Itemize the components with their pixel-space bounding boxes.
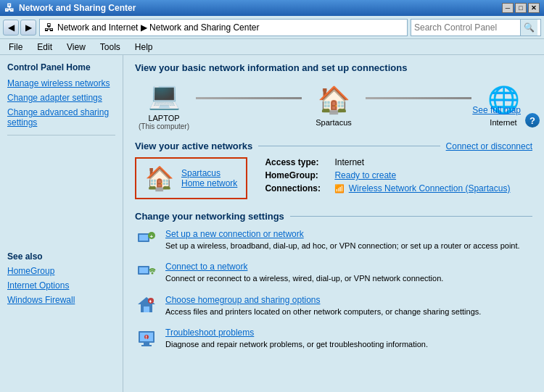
settings-text-connect: Connect to a network Connect or reconnec… — [165, 262, 532, 284]
sidebar: Control Panel Home Manage wireless netwo… — [0, 55, 123, 392]
sidebar-link-adapter[interactable]: Change adapter settings — [7, 93, 115, 103]
svg-text:!: ! — [146, 335, 147, 340]
search-box: 🔍 — [411, 19, 541, 36]
window-title: Network and Sharing Center — [19, 3, 502, 13]
homegroup-sharing-link[interactable]: Choose homegroup and sharing options — [165, 295, 532, 305]
active-network-name[interactable]: SpartacusHome network — [181, 168, 237, 188]
breadcrumb-text: Network and Internet ▶ Network and Shari… — [57, 22, 259, 33]
access-type-value: Internet — [334, 157, 364, 167]
sidebar-link-manage-wireless[interactable]: Manage wireless networks — [7, 78, 115, 88]
sidebar-link-homegroup[interactable]: HomeGroup — [7, 266, 115, 276]
home-network-icon: 🏠 — [145, 164, 174, 192]
sidebar-link-firewall[interactable]: Windows Firewall — [7, 295, 115, 305]
close-button[interactable]: ✕ — [528, 3, 540, 13]
homegroup-label: HomeGroup: — [265, 170, 330, 180]
settings-item-connect-network: Connect to a network Connect or reconnec… — [135, 262, 532, 284]
settings-text-new-connection: Set up a new connection or network Set u… — [165, 229, 532, 251]
node-internet-label: Internet — [490, 118, 516, 127]
homegroup-row: HomeGroup: Ready to create — [265, 170, 510, 180]
access-type-label: Access type: — [265, 157, 330, 167]
connect-network-link[interactable]: Connect to a network — [165, 262, 532, 272]
menu-tools[interactable]: Tools — [97, 41, 123, 54]
node-laptop: 💻 LAPTOP (This computer) — [135, 80, 193, 130]
homegroup-icon: ♦ — [135, 295, 158, 315]
active-network-box[interactable]: 🏠 SpartacusHome network — [135, 157, 247, 199]
help-icon[interactable]: ? — [525, 113, 540, 128]
homegroup-value[interactable]: Ready to create — [334, 170, 396, 180]
node-laptop-sublabel: (This computer) — [139, 122, 189, 130]
section1-title: View your basic network information and … — [135, 62, 532, 73]
svg-rect-14 — [141, 345, 152, 346]
svg-rect-5 — [139, 267, 148, 273]
router-icon: 🏠 — [318, 85, 350, 115]
back-button[interactable]: ◀ — [3, 20, 19, 36]
search-icon: 🔍 — [524, 22, 535, 33]
menu-help[interactable]: Help — [132, 41, 156, 54]
address-bar: ◀ ▶ 🖧 Network and Internet ▶ Network and… — [0, 16, 544, 39]
active-networks-content: 🏠 SpartacusHome network Access type: Int… — [135, 157, 532, 199]
settings-text-troubleshoot: Troubleshoot problems Diagnose and repai… — [165, 328, 532, 350]
node-spartacus-label: Spartacus — [316, 118, 352, 127]
new-connection-link[interactable]: Set up a new connection or network — [165, 229, 532, 239]
search-input[interactable] — [411, 22, 520, 33]
network-line-2 — [366, 97, 471, 99]
new-connection-desc: Set up a wireless, broadband, dial-up, a… — [165, 241, 520, 250]
networking-settings-title: Change your networking settings — [135, 211, 284, 222]
connect-network-icon — [135, 262, 158, 282]
connect-disconnect-link[interactable]: Connect or disconnect — [446, 141, 532, 151]
homegroup-desc: Access files and printers located on oth… — [165, 307, 481, 316]
connect-network-desc: Connect or reconnect to a wireless, wire… — [165, 274, 443, 283]
window-controls: ─ □ ✕ — [502, 3, 540, 13]
laptop-icon: 💻 — [148, 80, 181, 111]
see-full-map-link[interactable]: See full map — [472, 105, 521, 115]
sidebar-title: Control Panel Home — [7, 62, 115, 72]
menu-view[interactable]: View — [64, 41, 88, 54]
troubleshoot-desc: Diagnose and repair network problems, or… — [165, 340, 428, 349]
access-type-row: Access type: Internet — [265, 157, 510, 167]
nav-buttons: ◀ ▶ — [3, 20, 36, 36]
sidebar-link-advanced-sharing[interactable]: Change advanced sharing settings — [7, 107, 115, 128]
menu-bar: File Edit View Tools Help — [0, 39, 544, 55]
forward-button[interactable]: ▶ — [20, 20, 36, 36]
settings-item-troubleshoot: ! Troubleshoot problems Diagnose and rep… — [135, 328, 532, 350]
see-also-title: See also — [7, 251, 115, 262]
settings-line — [290, 216, 532, 217]
signal-icon: 📶 — [334, 184, 345, 193]
new-connection-icon: + — [135, 229, 158, 249]
svg-point-6 — [152, 272, 154, 275]
connections-label: Connections: — [265, 183, 330, 193]
svg-rect-1 — [139, 235, 148, 241]
title-bar: 🖧 Network and Sharing Center ─ □ ✕ — [0, 0, 544, 16]
maximize-button[interactable]: □ — [515, 3, 527, 13]
main-layout: Control Panel Home Manage wireless netwo… — [0, 55, 544, 392]
svg-text:♦: ♦ — [149, 299, 152, 304]
networking-settings-header: Change your networking settings — [135, 211, 532, 222]
active-networks-line — [258, 146, 440, 146]
content: ? View your basic network information an… — [123, 55, 544, 392]
troubleshoot-link[interactable]: Troubleshoot problems — [165, 328, 532, 338]
active-networks-title: View your active networks — [135, 141, 252, 151]
connections-row: Connections: 📶 Wireless Network Connecti… — [265, 183, 510, 193]
node-spartacus: 🏠 Spartacus — [305, 85, 363, 127]
sidebar-divider — [7, 135, 115, 135]
troubleshoot-icon: ! — [135, 328, 158, 348]
app-icon: 🖧 — [4, 2, 15, 14]
breadcrumb-bar: 🖧 Network and Internet ▶ Network and Sha… — [39, 19, 408, 36]
svg-text:+: + — [150, 233, 154, 240]
minimize-button[interactable]: ─ — [502, 3, 514, 13]
network-line-1 — [196, 97, 302, 99]
breadcrumb-icon: 🖧 — [44, 22, 54, 33]
svg-rect-13 — [144, 343, 149, 345]
settings-text-homegroup: Choose homegroup and sharing options Acc… — [165, 295, 532, 317]
network-details: Access type: Internet HomeGroup: Ready t… — [265, 157, 510, 196]
sidebar-link-internet-options[interactable]: Internet Options — [7, 280, 115, 291]
search-button[interactable]: 🔍 — [520, 20, 537, 36]
node-laptop-label: LAPTOP — [148, 114, 179, 122]
settings-item-new-connection: + Set up a new connection or network Set… — [135, 229, 532, 251]
settings-item-homegroup: ♦ Choose homegroup and sharing options A… — [135, 295, 532, 317]
connections-value[interactable]: Wireless Network Connection (Spartacus) — [349, 183, 511, 193]
menu-edit[interactable]: Edit — [34, 41, 55, 54]
svg-rect-8 — [144, 306, 149, 312]
active-networks-header: View your active networks Connect or dis… — [135, 141, 532, 151]
menu-file[interactable]: File — [6, 41, 25, 54]
